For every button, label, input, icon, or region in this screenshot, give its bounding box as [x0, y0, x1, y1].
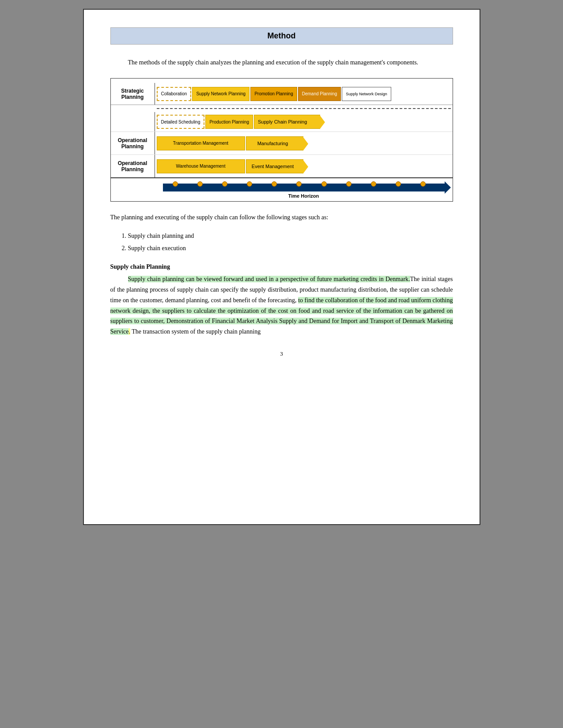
section-header: Method [110, 27, 453, 45]
timeline-dot [173, 181, 178, 187]
timeline-dot [296, 181, 302, 187]
timeline-dot [272, 181, 277, 187]
timeline-dot [247, 181, 252, 187]
list-section: Supply chain planning and Supply chain e… [128, 230, 453, 255]
page-number: 3 [110, 350, 453, 357]
event-management-box: Event Management [246, 159, 303, 173]
timeline-content: Time Horizon [155, 180, 453, 199]
supply-network-design-box: Supply Network Design [342, 87, 391, 101]
highlighted-text-green-2: to find the collaboration of the food an… [110, 297, 453, 335]
supply-network-planning-box: Supply Network Planning [192, 87, 249, 101]
dashed-separator [111, 105, 453, 112]
strategic-planning-row: StrategicPlanning Collaboration Supply N… [111, 83, 453, 105]
transportation-management-box: Transportation Management [157, 136, 245, 150]
manufacturing-box: Manufacturing [246, 136, 303, 150]
timeline-row: Time Horizon [111, 178, 453, 201]
highlighted-text-green: Supply chain planning can be viewed forw… [128, 276, 410, 282]
timeline-dot [222, 181, 227, 187]
supply-chain-diagram: StrategicPlanning Collaboration Supply N… [110, 78, 453, 202]
stages-list: Supply chain planning and Supply chain e… [128, 230, 453, 255]
exec-label-1 [111, 112, 155, 131]
promotion-planning-box: Promotion Planning [250, 87, 297, 101]
demand-planning-box: Demand Planning [298, 87, 341, 101]
timeline-dot [420, 181, 426, 187]
operational-planning-label-2: OperationalPlanning [111, 155, 155, 177]
collaboration-box: Collaboration [157, 87, 192, 101]
exec-content-2: Transportation Management Manufacturing [155, 132, 453, 154]
timeline-dot [396, 181, 401, 187]
strategic-planning-content: Collaboration Supply Network Planning Pr… [155, 83, 453, 105]
section-title: Method [111, 31, 453, 41]
exec-row-2: OperationalPlanning Transportation Manag… [111, 132, 453, 155]
detailed-scheduling-box: Detailed Scheduling [157, 115, 205, 129]
production-planning-box: Production Planning [205, 115, 253, 129]
exec-row-3: OperationalPlanning Warehouse Management… [111, 155, 453, 178]
list-item-2: Supply chain execution [128, 242, 453, 255]
supply-chain-planning-paragraph: Supply chain planning can be viewed forw… [110, 274, 453, 337]
exec-row-1: Detailed Scheduling Production Planning … [111, 112, 453, 132]
timeline-dot [346, 181, 351, 187]
body-intro: The planning and executing of the supply… [110, 212, 453, 223]
highlighted-text-yellow: . [128, 328, 130, 335]
exec-content-1: Detailed Scheduling Production Planning … [155, 112, 453, 131]
strategic-planning-label: StrategicPlanning [111, 83, 155, 105]
exec-content-3: Warehouse Management Event Management [155, 155, 453, 177]
timeline-label: Time Horizon [288, 193, 319, 199]
timeline-dots [163, 181, 436, 187]
timeline-dot [321, 181, 327, 187]
warehouse-management-box: Warehouse Management [157, 159, 245, 173]
supply-chain-planning-heading: Supply chain Planning [110, 263, 453, 270]
supply-chain-planning-box: Supply Chain Planning [254, 115, 320, 129]
intro-paragraph: The methods of the supply chain analyzes… [110, 58, 453, 68]
page: Method The methods of the supply chain a… [83, 9, 480, 525]
timeline-dot [371, 181, 376, 187]
operational-planning-label-1: OperationalPlanning [111, 132, 155, 154]
timeline-dot [197, 181, 203, 187]
list-item-1: Supply chain planning and [128, 230, 453, 242]
timeline-arrow [163, 184, 445, 191]
